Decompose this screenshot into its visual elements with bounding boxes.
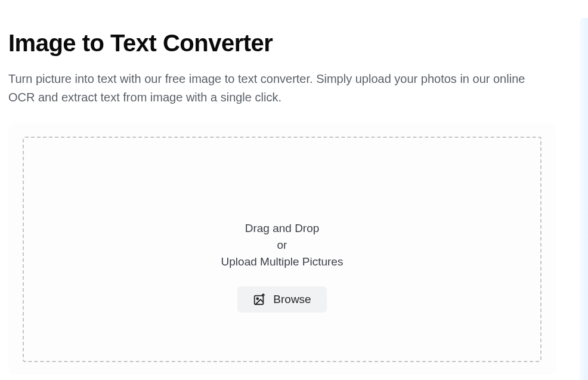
dropzone-text-group: Drag and Drop or Upload Multiple Picture… [221,222,343,268]
image-upload-icon [253,293,266,306]
main-container: Image to Text Converter Turn picture int… [0,0,588,375]
svg-rect-0 [255,296,264,305]
browse-button-label: Browse [273,293,311,306]
svg-point-1 [257,298,259,299]
upload-card: Drag and Drop or Upload Multiple Picture… [8,123,556,375]
dropzone-line-3: Upload Multiple Pictures [221,255,343,268]
page-description: Turn picture into text with our free ima… [8,70,545,107]
browse-button[interactable]: Browse [237,286,326,313]
page-title: Image to Text Converter [8,30,580,57]
file-dropzone[interactable]: Drag and Drop or Upload Multiple Picture… [23,137,541,362]
side-accent [580,18,588,380]
dropzone-line-2: or [277,239,287,252]
dropzone-line-1: Drag and Drop [245,222,320,235]
